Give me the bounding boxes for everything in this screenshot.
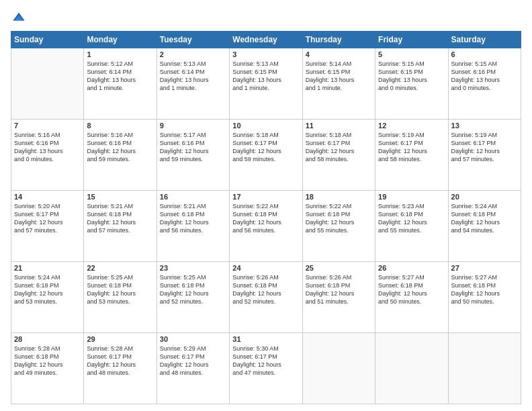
calendar-cell: 16Sunrise: 5:21 AMSunset: 6:18 PMDayligh…	[157, 191, 229, 262]
day-info: Sunrise: 5:22 AMSunset: 6:18 PMDaylight:…	[232, 202, 299, 235]
calendar-page: SundayMondayTuesdayWednesdayThursdayFrid…	[0, 0, 532, 411]
day-info: Sunrise: 5:18 AMSunset: 6:17 PMDaylight:…	[306, 131, 372, 164]
day-header-wednesday: Wednesday	[230, 32, 302, 48]
calendar-cell	[302, 333, 375, 404]
day-header-tuesday: Tuesday	[157, 32, 229, 48]
day-info: Sunrise: 5:16 AMSunset: 6:16 PMDaylight:…	[14, 131, 81, 164]
day-number: 28	[14, 335, 81, 343]
calendar-cell: 11Sunrise: 5:18 AMSunset: 6:17 PMDayligh…	[302, 120, 375, 191]
day-number: 27	[451, 264, 518, 272]
day-number: 25	[306, 264, 372, 272]
calendar-cell	[11, 48, 84, 120]
day-header-saturday: Saturday	[448, 32, 521, 48]
calendar-cell: 22Sunrise: 5:25 AMSunset: 6:18 PMDayligh…	[84, 262, 157, 333]
day-number: 21	[14, 264, 81, 272]
day-header-sunday: Sunday	[11, 32, 84, 48]
calendar-cell: 10Sunrise: 5:18 AMSunset: 6:17 PMDayligh…	[230, 120, 302, 191]
calendar-cell: 13Sunrise: 5:19 AMSunset: 6:17 PMDayligh…	[448, 120, 521, 191]
day-number: 13	[451, 122, 518, 130]
day-number: 26	[378, 264, 445, 272]
day-info: Sunrise: 5:21 AMSunset: 6:18 PMDaylight:…	[87, 202, 153, 235]
logo-icon	[12, 11, 26, 24]
calendar-cell: 28Sunrise: 5:28 AMSunset: 6:18 PMDayligh…	[11, 333, 84, 404]
day-header-thursday: Thursday	[302, 32, 375, 48]
day-info: Sunrise: 5:23 AMSunset: 6:18 PMDaylight:…	[378, 202, 445, 235]
day-header-monday: Monday	[84, 32, 157, 48]
calendar-cell: 2Sunrise: 5:13 AMSunset: 6:14 PMDaylight…	[157, 48, 229, 120]
day-header-friday: Friday	[375, 32, 448, 48]
calendar-cell: 1Sunrise: 5:12 AMSunset: 6:14 PMDaylight…	[84, 48, 157, 120]
page-header	[11, 11, 521, 24]
day-info: Sunrise: 5:13 AMSunset: 6:14 PMDaylight:…	[160, 60, 226, 93]
week-row-4: 28Sunrise: 5:28 AMSunset: 6:18 PMDayligh…	[11, 333, 521, 404]
calendar-cell: 4Sunrise: 5:14 AMSunset: 6:15 PMDaylight…	[302, 48, 375, 120]
day-number: 30	[160, 335, 226, 343]
day-info: Sunrise: 5:24 AMSunset: 6:18 PMDaylight:…	[14, 273, 81, 306]
day-number: 15	[87, 193, 153, 201]
day-number: 14	[14, 193, 81, 201]
calendar-cell	[375, 333, 448, 404]
day-number: 1	[87, 50, 153, 58]
day-info: Sunrise: 5:26 AMSunset: 6:18 PMDaylight:…	[232, 273, 299, 306]
day-info: Sunrise: 5:28 AMSunset: 6:17 PMDaylight:…	[87, 345, 153, 377]
calendar-cell: 23Sunrise: 5:25 AMSunset: 6:18 PMDayligh…	[157, 262, 229, 333]
day-number: 3	[232, 50, 299, 58]
day-number: 29	[87, 335, 153, 343]
calendar-cell: 12Sunrise: 5:19 AMSunset: 6:17 PMDayligh…	[375, 120, 448, 191]
day-info: Sunrise: 5:26 AMSunset: 6:18 PMDaylight:…	[306, 273, 372, 306]
calendar-cell: 20Sunrise: 5:24 AMSunset: 6:18 PMDayligh…	[448, 191, 521, 262]
calendar-cell: 15Sunrise: 5:21 AMSunset: 6:18 PMDayligh…	[84, 191, 157, 262]
calendar-table: SundayMondayTuesdayWednesdayThursdayFrid…	[11, 31, 521, 404]
calendar-cell: 31Sunrise: 5:30 AMSunset: 6:17 PMDayligh…	[230, 333, 302, 404]
calendar-cell: 30Sunrise: 5:29 AMSunset: 6:17 PMDayligh…	[157, 333, 229, 404]
day-number: 6	[451, 50, 518, 58]
day-number: 5	[378, 50, 445, 58]
day-number: 7	[14, 122, 81, 130]
day-number: 12	[378, 122, 445, 130]
day-info: Sunrise: 5:30 AMSunset: 6:17 PMDaylight:…	[232, 345, 299, 377]
day-info: Sunrise: 5:15 AMSunset: 6:15 PMDaylight:…	[378, 60, 445, 93]
day-info: Sunrise: 5:21 AMSunset: 6:18 PMDaylight:…	[160, 202, 226, 235]
calendar-cell: 9Sunrise: 5:17 AMSunset: 6:16 PMDaylight…	[157, 120, 229, 191]
week-row-3: 21Sunrise: 5:24 AMSunset: 6:18 PMDayligh…	[11, 262, 521, 333]
calendar-cell: 14Sunrise: 5:20 AMSunset: 6:17 PMDayligh…	[11, 191, 84, 262]
day-info: Sunrise: 5:25 AMSunset: 6:18 PMDaylight:…	[160, 273, 226, 306]
calendar-cell: 17Sunrise: 5:22 AMSunset: 6:18 PMDayligh…	[230, 191, 302, 262]
day-number: 2	[160, 50, 226, 58]
day-number: 4	[306, 50, 372, 58]
day-info: Sunrise: 5:13 AMSunset: 6:15 PMDaylight:…	[232, 60, 299, 93]
day-info: Sunrise: 5:28 AMSunset: 6:18 PMDaylight:…	[14, 345, 81, 377]
calendar-cell: 8Sunrise: 5:16 AMSunset: 6:16 PMDaylight…	[84, 120, 157, 191]
day-info: Sunrise: 5:22 AMSunset: 6:18 PMDaylight:…	[306, 202, 372, 235]
calendar-cell: 21Sunrise: 5:24 AMSunset: 6:18 PMDayligh…	[11, 262, 84, 333]
day-info: Sunrise: 5:14 AMSunset: 6:15 PMDaylight:…	[306, 60, 372, 93]
calendar-cell: 6Sunrise: 5:15 AMSunset: 6:16 PMDaylight…	[448, 48, 521, 120]
day-number: 24	[232, 264, 299, 272]
day-info: Sunrise: 5:18 AMSunset: 6:17 PMDaylight:…	[232, 131, 299, 164]
week-row-2: 14Sunrise: 5:20 AMSunset: 6:17 PMDayligh…	[11, 191, 521, 262]
day-info: Sunrise: 5:20 AMSunset: 6:17 PMDaylight:…	[14, 202, 81, 235]
logo	[11, 11, 26, 24]
day-info: Sunrise: 5:15 AMSunset: 6:16 PMDaylight:…	[451, 60, 518, 93]
calendar-cell: 5Sunrise: 5:15 AMSunset: 6:15 PMDaylight…	[375, 48, 448, 120]
day-info: Sunrise: 5:19 AMSunset: 6:17 PMDaylight:…	[451, 131, 518, 164]
day-info: Sunrise: 5:27 AMSunset: 6:18 PMDaylight:…	[378, 273, 445, 306]
day-info: Sunrise: 5:17 AMSunset: 6:16 PMDaylight:…	[160, 131, 226, 164]
day-info: Sunrise: 5:19 AMSunset: 6:17 PMDaylight:…	[378, 131, 445, 164]
calendar-cell: 25Sunrise: 5:26 AMSunset: 6:18 PMDayligh…	[302, 262, 375, 333]
calendar-cell: 24Sunrise: 5:26 AMSunset: 6:18 PMDayligh…	[230, 262, 302, 333]
calendar-cell: 27Sunrise: 5:27 AMSunset: 6:18 PMDayligh…	[448, 262, 521, 333]
day-info: Sunrise: 5:27 AMSunset: 6:18 PMDaylight:…	[451, 273, 518, 306]
header-row: SundayMondayTuesdayWednesdayThursdayFrid…	[11, 32, 521, 48]
day-info: Sunrise: 5:12 AMSunset: 6:14 PMDaylight:…	[87, 60, 153, 93]
day-number: 20	[451, 193, 518, 201]
week-row-1: 7Sunrise: 5:16 AMSunset: 6:16 PMDaylight…	[11, 120, 521, 191]
day-number: 8	[87, 122, 153, 130]
day-number: 31	[232, 335, 299, 343]
day-info: Sunrise: 5:29 AMSunset: 6:17 PMDaylight:…	[160, 345, 226, 377]
calendar-cell: 18Sunrise: 5:22 AMSunset: 6:18 PMDayligh…	[302, 191, 375, 262]
day-info: Sunrise: 5:25 AMSunset: 6:18 PMDaylight:…	[87, 273, 153, 306]
calendar-cell: 19Sunrise: 5:23 AMSunset: 6:18 PMDayligh…	[375, 191, 448, 262]
calendar-cell	[448, 333, 521, 404]
day-number: 16	[160, 193, 226, 201]
